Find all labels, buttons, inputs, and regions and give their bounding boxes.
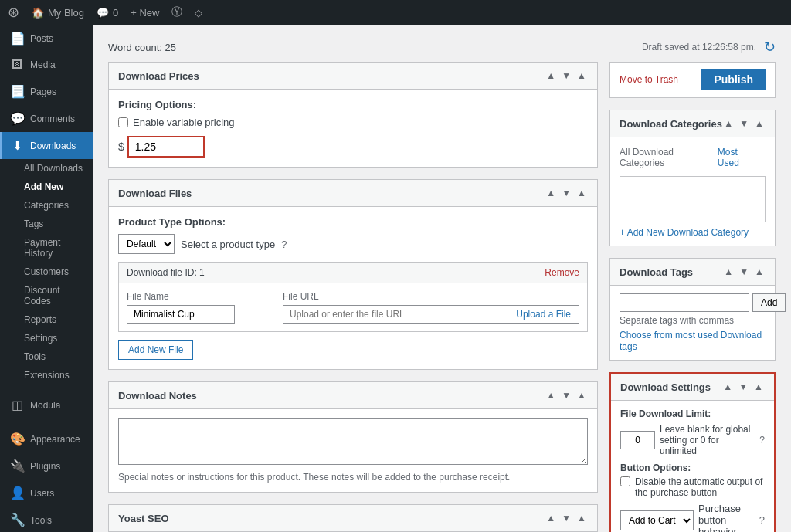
file-url-input[interactable] (283, 305, 508, 324)
comment-icon: 💬 (97, 7, 109, 19)
appearance-icon: 🎨 (10, 432, 24, 446)
cat-up-arrow[interactable]: ▲ (722, 117, 735, 130)
download-files-title: Download Files (118, 188, 192, 199)
file-remove-link[interactable]: Remove (545, 267, 579, 278)
sidebar-item-users[interactable]: 👤 Users (0, 479, 93, 507)
extensions-label: Extensions (24, 370, 70, 381)
sidebar-item-plugins[interactable]: 🔌 Plugins (0, 452, 93, 479)
limit-help-icon[interactable]: ? (759, 435, 765, 446)
prices-toggle-arrow[interactable]: ▲ (575, 69, 588, 83)
download-prices-box: Download Prices ▲ ▼ ▲ Pricing Options: (108, 62, 598, 168)
sidebar-item-reports[interactable]: Reports (15, 310, 93, 329)
notes-up-arrow[interactable]: ▲ (545, 388, 557, 402)
top-bar: Word count: 25 Draft saved at 12:26:58 p… (108, 32, 776, 62)
sidebar-item-tags[interactable]: Tags (15, 215, 93, 233)
sidebar-item-appearance[interactable]: 🎨 Appearance (0, 425, 93, 452)
files-up-arrow[interactable]: ▲ (545, 186, 557, 200)
publish-button[interactable]: Publish (701, 69, 766, 90)
diamond-icon: ◇ (195, 7, 202, 19)
yoast-down-arrow[interactable]: ▼ (560, 511, 572, 525)
tags-down-arrow[interactable]: ▼ (738, 265, 750, 279)
settings-toggle-arrow[interactable]: ▲ (752, 380, 765, 394)
sidebar-item-downloads[interactable]: ⬇ Downloads (0, 132, 93, 159)
product-type-help-icon[interactable]: ? (281, 239, 287, 250)
sidebar-item-discount-codes[interactable]: Discount Codes (15, 281, 93, 310)
files-down-arrow[interactable]: ▼ (560, 186, 572, 200)
yoast-seo-title: Yoast SEO (118, 513, 169, 524)
download-files-box: Download Files ▲ ▼ ▲ Product Type Option… (108, 179, 598, 370)
move-to-trash-link[interactable]: Move to Trash (620, 74, 678, 85)
admin-bar: ⊛ 🏠 My Blog 💬 0 + New Ⓨ ◇ (0, 0, 791, 25)
tags-toggle-arrow[interactable]: ▲ (753, 265, 766, 279)
file-name-input[interactable] (127, 305, 235, 324)
file-name-label: File Name (127, 291, 275, 302)
settings-up-arrow[interactable]: ▲ (721, 380, 734, 394)
tools-icon: 🔧 (10, 513, 24, 527)
sidebar-label-comments: Comments (30, 114, 75, 124)
add-category-link[interactable]: + Add New Download Category (620, 227, 766, 238)
tags-add-button[interactable]: Add (752, 293, 786, 312)
blog-name-item[interactable]: 🏠 My Blog (32, 7, 84, 19)
settings-down-arrow[interactable]: ▼ (737, 380, 749, 394)
prices-up-arrow[interactable]: ▲ (545, 69, 557, 83)
sidebar-item-all-downloads[interactable]: All Downloads (15, 159, 93, 178)
sidebar-label-modula: Modula (30, 400, 60, 411)
sidebar-item-customers[interactable]: Customers (15, 263, 93, 281)
sidebar-item-categories[interactable]: Categories (15, 196, 93, 215)
download-notes-box: Download Notes ▲ ▼ ▲ Special notes or in… (108, 381, 598, 493)
notes-textarea[interactable] (118, 418, 588, 465)
tags-up-arrow[interactable]: ▲ (722, 265, 735, 279)
sidebar-item-add-new[interactable]: Add New (15, 178, 93, 196)
sidebar-item-tools[interactable]: 🔧 Tools (0, 507, 93, 532)
file-limit-input[interactable] (620, 431, 655, 449)
prices-down-arrow[interactable]: ▼ (560, 69, 572, 83)
most-used-tab[interactable]: Most Used (718, 145, 756, 170)
sidebar-item-comments[interactable]: 💬 Comments (0, 105, 93, 132)
refresh-icon[interactable]: ↻ (764, 39, 776, 56)
download-prices-header: Download Prices ▲ ▼ ▲ (109, 63, 597, 90)
all-categories-tab[interactable]: All Download Categories (620, 145, 708, 170)
sidebar-item-tools[interactable]: Tools (15, 347, 93, 366)
yoast-toggle-arrow[interactable]: ▲ (575, 511, 588, 525)
files-toggle-arrow[interactable]: ▲ (575, 186, 588, 200)
comments-item[interactable]: 💬 0 (97, 7, 118, 19)
sidebar-item-extensions[interactable]: Extensions (15, 366, 93, 385)
sidebar-label-plugins: Plugins (30, 461, 60, 472)
sidebar-item-payment-history[interactable]: Payment History (15, 233, 93, 263)
diamond-icon-item[interactable]: ◇ (195, 7, 202, 19)
tags-input[interactable] (620, 293, 749, 312)
new-label: + New (131, 7, 159, 19)
cat-toggle-arrow[interactable]: ▲ (753, 117, 766, 130)
notes-down-arrow[interactable]: ▼ (560, 388, 572, 402)
add-new-file-button[interactable]: Add New File (118, 340, 193, 360)
sidebar-item-settings[interactable]: Settings (15, 329, 93, 347)
choose-tags-link[interactable]: Choose from most used Download tags (620, 330, 762, 352)
sidebar-item-media[interactable]: 🖼 Media (0, 52, 93, 78)
categories-label: Categories (24, 200, 69, 211)
variable-pricing-checkbox[interactable] (118, 117, 128, 127)
download-files-header: Download Files ▲ ▼ ▲ (109, 180, 597, 207)
cart-option-select[interactable]: Add to Cart (620, 510, 694, 530)
price-symbol: $ (118, 141, 124, 153)
yoast-icon-item[interactable]: Ⓨ (171, 5, 182, 19)
product-type-select[interactable]: Default (118, 234, 175, 254)
yoast-seo-box: Yoast SEO ▲ ▼ ▲ (108, 504, 598, 532)
new-item[interactable]: + New (131, 7, 159, 19)
sidebar-item-posts[interactable]: 📄 Posts (0, 25, 93, 52)
disable-purchase-button-checkbox[interactable] (620, 476, 630, 486)
sidebar-item-modula[interactable]: ◫ Modula (0, 391, 93, 418)
sidebar-item-pages[interactable]: 📃 Pages (0, 78, 93, 105)
customers-label: Customers (24, 266, 69, 277)
disable-purchase-label: Disable the automatic output of the purc… (635, 476, 765, 498)
yoast-up-arrow[interactable]: ▲ (545, 511, 557, 525)
price-input[interactable] (127, 136, 205, 158)
upload-file-button[interactable]: Upload a File (508, 305, 579, 324)
settings-label: Settings (24, 333, 57, 344)
unlimited-note: Leave blank for global setting or 0 for … (660, 424, 755, 456)
cat-down-arrow[interactable]: ▼ (738, 117, 750, 130)
all-downloads-label: All Downloads (24, 163, 83, 174)
notes-toggle-arrow[interactable]: ▲ (575, 388, 588, 402)
cart-help-icon[interactable]: ? (759, 514, 765, 526)
sidebar-label-media: Media (30, 59, 56, 70)
wp-logo-item[interactable]: ⊛ (8, 4, 19, 21)
